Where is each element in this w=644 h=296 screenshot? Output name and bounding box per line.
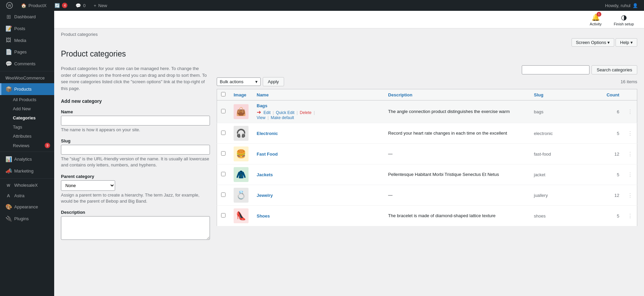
row-checkbox-jackets[interactable] xyxy=(217,164,230,185)
row-menu-bags[interactable]: ⋮ xyxy=(623,100,637,123)
sidebar-item-posts[interactable]: 📝 Posts xyxy=(0,23,54,35)
bags-view-link[interactable]: View xyxy=(257,115,265,120)
adminbar-new[interactable]: + New xyxy=(90,0,111,11)
comments-icon: 💬 xyxy=(5,61,12,67)
col-count-header[interactable]: Count xyxy=(583,89,623,100)
fastfood-menu-icon[interactable]: ⋮ xyxy=(627,151,633,157)
apply-button[interactable]: Apply xyxy=(263,77,284,86)
row-select-shoes[interactable] xyxy=(221,213,226,218)
name-input[interactable] xyxy=(61,116,210,126)
adminbar-user-avatar: 👤 xyxy=(632,3,638,8)
search-button[interactable]: Search categories xyxy=(592,65,637,74)
sidebar-item-media[interactable]: 🖼 Media xyxy=(0,35,54,46)
sidebar-item-analytics[interactable]: 📊 Analytics xyxy=(0,153,54,165)
electronic-menu-icon[interactable]: ⋮ xyxy=(627,131,633,136)
slug-label: Slug xyxy=(61,138,210,143)
content-area: Product categories for your store can be… xyxy=(61,65,637,246)
sidebar-item-pages[interactable]: 📄 Pages xyxy=(0,46,54,58)
row-select-bags[interactable] xyxy=(221,109,226,113)
sidebar-submenu-tags[interactable]: Tags xyxy=(0,122,54,132)
sidebar-submenu-add-new[interactable]: Add New xyxy=(0,104,54,113)
adminbar-site-name[interactable]: 🏠 ProductX xyxy=(18,0,50,11)
bags-image: 👜 xyxy=(234,104,249,119)
row-menu-shoes[interactable]: ⋮ xyxy=(623,206,637,226)
row-menu-jewelry[interactable]: ⋮ xyxy=(623,185,637,206)
jewelry-menu-icon[interactable]: ⋮ xyxy=(627,192,633,198)
sidebar-item-astra[interactable]: A Astra xyxy=(0,190,54,201)
sep1: | xyxy=(273,110,274,115)
screen-options-button[interactable]: Screen Options ▾ xyxy=(572,38,615,47)
row-image-fastfood: 🍔 xyxy=(230,144,253,164)
bags-make-default-link[interactable]: Make default xyxy=(271,115,294,120)
sidebar-item-comments[interactable]: 💬 Comments xyxy=(0,58,54,70)
row-checkbox-electronic[interactable] xyxy=(217,123,230,144)
jackets-menu-icon[interactable]: ⋮ xyxy=(627,172,633,178)
adminbar-wp-logo[interactable]: W xyxy=(3,0,16,11)
activity-button[interactable]: 🔔 1 Activity xyxy=(586,11,605,28)
sidebar-submenu-all-products[interactable]: All Products xyxy=(0,95,54,104)
row-select-jewelry[interactable] xyxy=(221,192,226,197)
plugins-icon: 🔌 xyxy=(5,215,12,222)
search-input[interactable] xyxy=(522,65,589,74)
jackets-name-link[interactable]: Jackets xyxy=(257,172,273,177)
help-button[interactable]: Help ▾ xyxy=(616,38,637,47)
row-checkbox-shoes[interactable] xyxy=(217,206,230,226)
bags-edit-link[interactable]: Edit xyxy=(263,110,271,115)
sidebar-separator-2 xyxy=(0,152,54,152)
row-select-fastfood[interactable] xyxy=(221,151,226,156)
finish-setup-button[interactable]: ◑ Finish setup xyxy=(610,11,637,28)
sidebar-item-marketing[interactable]: 📣 Marketing xyxy=(0,165,54,177)
row-checkbox-jewelry[interactable] xyxy=(217,185,230,206)
sep3: | xyxy=(314,110,315,115)
bags-name-link[interactable]: Bags xyxy=(257,103,267,108)
fastfood-name-link[interactable]: Fast Food xyxy=(257,152,278,157)
row-checkbox-bags[interactable] xyxy=(217,100,230,123)
bulk-actions-select[interactable]: Bulk actions ▾ xyxy=(217,77,261,86)
bags-menu-icon[interactable]: ⋮ xyxy=(627,109,633,115)
wp-wrap: ⊞ Dashboard 📝 Posts 🖼 Media 📄 Pages 💬 Co… xyxy=(0,11,644,296)
row-menu-electronic[interactable]: ⋮ xyxy=(623,123,637,144)
row-checkbox-fastfood[interactable] xyxy=(217,144,230,164)
sidebar-separator-3 xyxy=(0,178,54,179)
adminbar-updates[interactable]: 🔄 4 xyxy=(51,0,71,11)
sidebar-submenu-attributes[interactable]: Attributes xyxy=(0,132,54,141)
sidebar-item-wholesalex[interactable]: W WholesaleX xyxy=(0,180,54,190)
row-menu-jackets[interactable]: ⋮ xyxy=(623,164,637,185)
sidebar-item-appearance[interactable]: 🎨 Appearance xyxy=(0,201,54,213)
row-count-jewelry: 12 xyxy=(583,185,623,206)
sidebar-item-woocommerce[interactable]: Woo WooCommerce xyxy=(0,73,54,83)
shoes-menu-icon[interactable]: ⋮ xyxy=(627,213,633,219)
shoes-name-link[interactable]: Shoes xyxy=(257,213,270,219)
adminbar-user-greeting[interactable]: Howdy, ruhul 👤 xyxy=(602,0,641,11)
description-field: Description xyxy=(61,210,210,241)
activity-icon: 🔔 1 xyxy=(592,13,600,21)
col-check-header[interactable] xyxy=(217,89,230,100)
sidebar-submenu-categories[interactable]: Categories xyxy=(0,113,54,122)
sidebar-item-plugins[interactable]: 🔌 Plugins xyxy=(0,213,54,225)
bags-quick-edit-link[interactable]: Quick Edit xyxy=(276,110,295,115)
col-image-header: Image xyxy=(230,89,253,100)
add-category-heading: Add new category xyxy=(61,98,210,104)
row-select-electronic[interactable] xyxy=(221,131,226,135)
slug-input[interactable] xyxy=(61,145,210,155)
select-all-checkbox[interactable] xyxy=(221,92,226,96)
col-slug-header[interactable]: Slug xyxy=(530,89,583,100)
sidebar-item-products[interactable]: 📦 Products xyxy=(0,83,54,95)
row-desc-jewelry: — xyxy=(384,185,530,206)
bags-delete-link[interactable]: Delete xyxy=(300,110,312,115)
adminbar-comments[interactable]: 💬 0 xyxy=(72,0,89,11)
row-select-jackets[interactable] xyxy=(221,172,226,176)
jewelry-name-link[interactable]: Jewelry xyxy=(257,193,273,198)
jewelry-image: 💍 xyxy=(234,188,249,203)
col-name-header[interactable]: Name xyxy=(253,89,384,100)
sep2: | xyxy=(297,110,298,115)
breadcrumb: Product categories xyxy=(61,32,637,37)
sidebar-item-dashboard[interactable]: ⊞ Dashboard xyxy=(0,11,54,23)
description-textarea[interactable] xyxy=(61,216,210,240)
row-menu-fastfood[interactable]: ⋮ xyxy=(623,144,637,164)
table-row: 👜 Bags ➜ Edit | Quick Edit | xyxy=(217,100,637,123)
electronic-name-link[interactable]: Electronic xyxy=(257,131,278,136)
parent-category-select[interactable]: None xyxy=(61,180,115,191)
sidebar-submenu-reviews[interactable]: Reviews 9 xyxy=(0,141,54,150)
row-image-jackets: 🧥 xyxy=(230,164,253,185)
